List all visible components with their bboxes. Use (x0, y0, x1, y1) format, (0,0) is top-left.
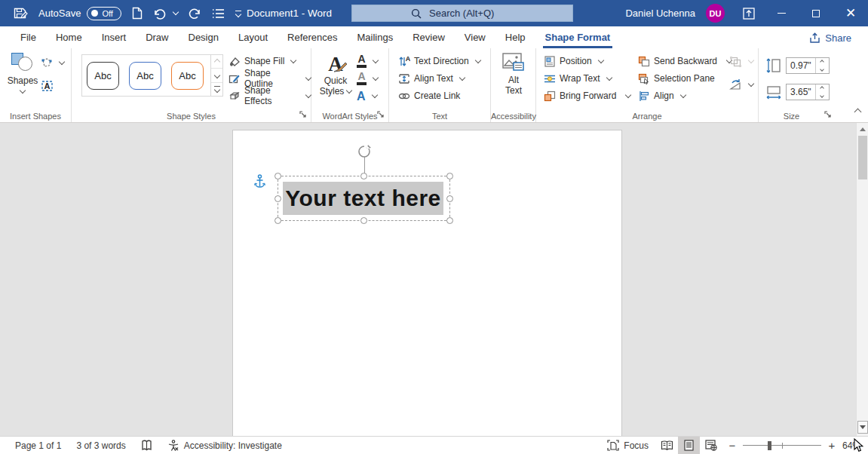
scrollbar-thumb[interactable] (858, 136, 867, 179)
tab-mailings[interactable]: Mailings (348, 26, 403, 48)
search-input[interactable] (429, 8, 550, 19)
tab-draw[interactable]: Draw (136, 26, 178, 48)
accessibility-status[interactable]: Accessibility: Investigate (160, 437, 290, 454)
autosave-toggle[interactable]: Off (87, 7, 121, 20)
send-backward-button[interactable]: Send Backward (638, 53, 732, 69)
proofing-status[interactable] (133, 437, 160, 454)
tab-design[interactable]: Design (179, 26, 229, 48)
minimize-button[interactable] (764, 0, 799, 26)
shape-style-black[interactable]: Abc (87, 62, 119, 90)
tab-file[interactable]: File (11, 26, 46, 48)
user-name[interactable]: Daniel Uchenna (625, 8, 695, 19)
tab-layout[interactable]: Layout (229, 26, 278, 48)
resize-handle-w[interactable] (275, 195, 281, 202)
align-text-button[interactable]: Align Text (398, 70, 480, 87)
selected-text-box[interactable]: Your text here (278, 176, 450, 221)
position-button[interactable]: Position (544, 53, 630, 69)
group-shape-styles: Abc Abc Abc Shape Fill Shape Outline Sha… (72, 48, 311, 122)
shape-width-spinner[interactable] (815, 84, 827, 100)
word-count[interactable]: 3 of 3 words (69, 437, 133, 454)
ribbon-display-options-icon[interactable] (743, 8, 755, 20)
group-label-shape-styles: Shape Styles (72, 112, 311, 121)
avatar[interactable]: DU (706, 4, 725, 23)
maximize-button[interactable] (799, 0, 833, 26)
shape-style-orange[interactable]: Abc (171, 62, 204, 90)
tab-review[interactable]: Review (403, 26, 455, 48)
shape-effects-button[interactable]: Shape Effects (229, 87, 311, 104)
undo-button[interactable] (153, 5, 178, 22)
gallery-up-button[interactable] (211, 55, 222, 69)
new-document-icon[interactable] (132, 7, 143, 20)
zoom-slider[interactable] (743, 437, 821, 454)
zoom-in-button[interactable]: + (827, 439, 836, 452)
close-button[interactable]: ✕ (833, 0, 868, 26)
shape-height-input[interactable] (787, 60, 815, 71)
tab-home[interactable]: Home (46, 26, 92, 48)
autosave-control[interactable]: AutoSave Off (38, 7, 121, 20)
resize-handle-s[interactable] (360, 217, 367, 224)
bullet-list-icon[interactable] (212, 8, 225, 19)
save-icon[interactable] (14, 7, 28, 20)
shapes-button[interactable]: Shapes (6, 53, 39, 93)
search-box[interactable] (351, 5, 573, 22)
selection-pane-icon (638, 73, 650, 84)
bring-forward-button[interactable]: Bring Forward (544, 87, 630, 104)
edit-shape-button[interactable] (41, 54, 64, 71)
shape-height-spinner[interactable] (815, 58, 827, 73)
redo-icon[interactable] (189, 8, 201, 20)
shapes-icon (11, 53, 34, 72)
wrap-text-button[interactable]: Wrap Text (544, 70, 630, 87)
gallery-more-button[interactable] (211, 83, 222, 96)
rotate-handle[interactable] (357, 144, 372, 158)
tab-help[interactable]: Help (495, 26, 535, 48)
text-fill-button[interactable]: A (357, 53, 378, 69)
tab-references[interactable]: References (278, 26, 347, 48)
wrap-text-icon (544, 73, 556, 84)
selection-pane-button[interactable]: Selection Pane (638, 70, 732, 87)
print-layout-button[interactable] (678, 437, 700, 454)
resize-handle-ne[interactable] (446, 173, 453, 179)
focus-button[interactable]: Focus (600, 437, 656, 454)
gallery-down-button[interactable] (211, 69, 222, 82)
alt-text-button[interactable]: Alt Text (497, 53, 530, 96)
scroll-up-button[interactable] (857, 124, 868, 135)
undo-chevron-icon[interactable] (173, 9, 179, 15)
resize-handle-nw[interactable] (275, 173, 281, 179)
shape-outline-button[interactable]: Shape Outline (229, 70, 311, 87)
vertical-scrollbar[interactable] (856, 123, 868, 436)
quick-styles-button[interactable]: A Quick Styles (316, 53, 355, 97)
create-link-button[interactable]: Create Link (398, 87, 480, 104)
shape-fill-button[interactable]: Shape Fill (229, 53, 311, 69)
zoom-out-button[interactable]: − (728, 439, 737, 452)
customize-qat-icon[interactable] (235, 11, 241, 17)
tab-insert[interactable]: Insert (92, 26, 136, 48)
align-button[interactable]: Align (638, 87, 732, 104)
read-mode-button[interactable] (656, 437, 678, 454)
share-button[interactable]: Share (803, 29, 857, 47)
resize-handle-se[interactable] (446, 217, 453, 224)
text-effects-button[interactable]: A (357, 87, 378, 104)
resize-handle-e[interactable] (446, 195, 453, 202)
resize-handle-n[interactable] (360, 173, 367, 179)
text-box-text[interactable]: Your text here (283, 182, 443, 215)
draw-text-box-button[interactable]: A (41, 78, 64, 94)
tab-shape-format[interactable]: Shape Format (535, 26, 621, 48)
create-link-icon (398, 90, 410, 102)
zoom-slider-thumb[interactable] (768, 441, 771, 450)
bring-forward-chevron-icon[interactable] (625, 91, 631, 97)
text-outline-button[interactable]: A (357, 70, 378, 87)
web-layout-button[interactable] (700, 437, 722, 454)
anchor-icon (254, 174, 265, 189)
shape-style-blue[interactable]: Abc (129, 62, 161, 90)
collapse-ribbon-icon[interactable] (852, 104, 860, 118)
text-direction-button[interactable]: A Text Direction (398, 53, 480, 69)
resize-handle-sw[interactable] (275, 217, 281, 224)
tab-view[interactable]: View (455, 26, 495, 48)
scroll-down-button[interactable] (857, 421, 868, 434)
size-dialog-launcher-icon[interactable] (824, 111, 833, 120)
page-indicator[interactable]: Page 1 of 1 (0, 437, 69, 454)
shape-width-input[interactable] (787, 87, 815, 97)
group-objects-icon (729, 56, 742, 67)
shape-fill-label: Shape Fill (244, 56, 284, 66)
rotate-button[interactable] (729, 76, 753, 93)
